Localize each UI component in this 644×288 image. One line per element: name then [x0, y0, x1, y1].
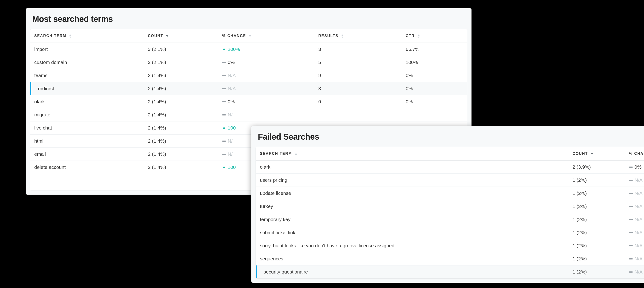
cell-change: 0% — [625, 160, 644, 174]
trend-flat-icon — [629, 219, 633, 220]
change-value: 0% — [228, 60, 234, 65]
cell-results: 3 — [314, 43, 402, 56]
cell-count: 2 (1.4%) — [144, 95, 218, 108]
cell-search-term: delete account — [30, 161, 144, 174]
sort-desc-icon — [166, 35, 168, 37]
cell-results: 0 — [314, 95, 402, 108]
cell-count: 1 (2%) — [568, 213, 625, 226]
cell-search-term: teams — [30, 69, 144, 82]
cell-ctr — [402, 108, 467, 122]
cell-change: N/A — [625, 252, 644, 266]
trend-flat-icon — [222, 75, 226, 76]
table-row[interactable]: turkey1 (2%)N/A — [256, 200, 644, 213]
change-value: 0% — [634, 164, 642, 170]
change-value: N/A — [228, 73, 236, 78]
col-header-ctr[interactable]: CTR — [402, 29, 467, 43]
table-row[interactable]: import3 (2.1%)200%366.7% — [30, 43, 467, 56]
cell-ctr: 100% — [402, 56, 467, 69]
cell-search-term: update license — [256, 187, 568, 200]
col-header-count[interactable]: Count — [144, 29, 218, 43]
table-row[interactable]: users pricing1 (2%)N/A — [256, 174, 644, 187]
table-row[interactable]: submit ticket link1 (2%)N/A — [256, 226, 644, 239]
cell-change: N/ — [218, 108, 314, 122]
col-header-results[interactable]: Results — [314, 29, 402, 43]
cell-change: N/A — [625, 213, 644, 226]
table-row[interactable]: custom domain3 (2.1%)0%5100% — [30, 56, 467, 69]
cell-change: N/A — [218, 82, 314, 95]
table-row[interactable]: migrate2 (1.4%)N/ — [30, 108, 467, 122]
col-header-count[interactable]: Count — [568, 147, 625, 160]
cell-count: 2 (1.4%) — [144, 82, 218, 95]
failed-searches-panel: Failed Searches Search Term Count — [252, 126, 644, 283]
cell-ctr: 0% — [402, 82, 467, 95]
cell-change: N/A — [625, 187, 644, 200]
cell-count: 3 (2.1%) — [144, 56, 218, 69]
cell-results: 9 — [314, 69, 402, 82]
cell-search-term: temporary key — [256, 213, 568, 226]
table-row[interactable]: sorry, but it looks like you don't have … — [256, 239, 644, 252]
table-row[interactable]: olark2 (3.9%)0% — [256, 160, 644, 174]
table-row[interactable]: sequences1 (2%)N/A — [256, 252, 644, 266]
trend-flat-icon — [629, 193, 633, 194]
cell-change: N/A — [625, 239, 644, 252]
table-row[interactable]: teams2 (1.4%)N/A90% — [30, 69, 467, 82]
cell-change: 200% — [218, 43, 314, 56]
cell-count: 1 (2%) — [568, 187, 625, 200]
trend-flat-icon — [222, 154, 226, 155]
cell-search-term: submit ticket link — [256, 226, 568, 239]
trend-flat-icon — [629, 232, 633, 233]
change-value: 200% — [228, 46, 240, 52]
cell-change: N/A — [218, 69, 314, 82]
cell-count: 2 (1.4%) — [144, 134, 218, 148]
col-header-search-term[interactable]: Search Term — [30, 29, 144, 43]
cell-ctr: 0% — [402, 69, 467, 82]
trend-flat-icon — [222, 140, 226, 142]
trend-flat-icon — [222, 88, 226, 89]
trend-up-icon — [222, 166, 226, 169]
cell-count: 3 (2.1%) — [144, 43, 218, 56]
change-value: 100 — [228, 125, 236, 131]
panel-title: Failed Searches — [252, 126, 644, 147]
change-value: N/A — [634, 256, 642, 262]
col-header-change[interactable]: % Change — [625, 147, 644, 160]
cell-search-term: sequences — [256, 252, 568, 266]
trend-flat-icon — [222, 101, 226, 102]
change-value: N/A — [634, 177, 642, 183]
cell-results: 5 — [314, 56, 402, 69]
table-row[interactable]: update license1 (2%)N/A — [256, 187, 644, 200]
table-row[interactable]: security questionaire1 (2%)N/A — [256, 266, 644, 278]
sort-icon — [249, 34, 251, 38]
cell-change: 0% — [218, 56, 314, 69]
cell-search-term: users pricing — [256, 174, 568, 187]
failed-searches-table-wrap: Search Term Count % Change — [256, 147, 644, 278]
trend-flat-icon — [629, 166, 633, 168]
change-value: N/A — [634, 190, 642, 196]
cell-results — [314, 108, 402, 122]
cell-count: 1 (2%) — [568, 226, 625, 239]
trend-flat-icon — [222, 114, 226, 116]
change-value: N/A — [634, 230, 642, 235]
cell-count: 2 (1.4%) — [144, 148, 218, 161]
table-row[interactable]: olark2 (1.4%)0%00% — [30, 95, 467, 108]
cell-count: 2 (1.4%) — [144, 161, 218, 174]
table-row[interactable]: redirect2 (1.4%)N/A30% — [30, 82, 467, 95]
cell-search-term: olark — [30, 95, 144, 108]
cell-count: 2 (1.4%) — [144, 122, 218, 134]
cell-count: 1 (2%) — [568, 252, 625, 266]
cell-count: 2 (1.4%) — [144, 108, 218, 122]
change-value: 0% — [228, 99, 234, 104]
col-header-change[interactable]: % Change — [218, 29, 314, 43]
trend-flat-icon — [629, 272, 633, 272]
change-value: N/ — [228, 151, 232, 157]
trend-up-icon — [222, 126, 226, 130]
cell-search-term: sorry, but it looks like you don't have … — [256, 239, 568, 252]
cell-search-term: redirect — [30, 82, 144, 95]
cell-ctr: 66.7% — [402, 43, 467, 56]
cell-search-term: turkey — [256, 200, 568, 213]
cell-change: N/A — [625, 266, 644, 278]
sort-desc-icon — [591, 153, 593, 155]
col-header-search-term[interactable]: Search Term — [256, 147, 568, 160]
change-value: N/A — [228, 86, 236, 91]
trend-flat-icon — [629, 180, 633, 181]
table-row[interactable]: temporary key1 (2%)N/A — [256, 213, 644, 226]
